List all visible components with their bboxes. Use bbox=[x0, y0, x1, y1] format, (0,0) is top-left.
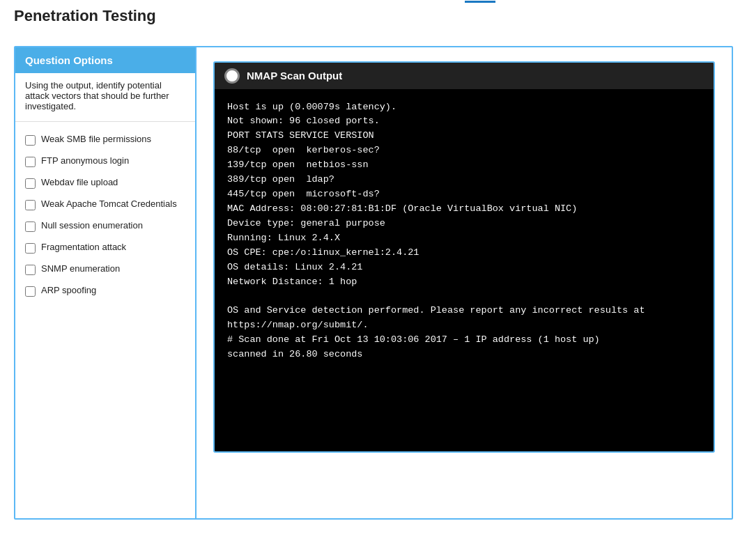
tab-part1[interactable]: Part 1 bbox=[393, 0, 423, 1]
checkbox-opt1[interactable] bbox=[25, 135, 36, 146]
page-title: Penetration Testing bbox=[14, 7, 156, 25]
nmap-title: NMAP Scan Output bbox=[247, 70, 342, 81]
option-label: Webdav file upload bbox=[41, 177, 118, 189]
tab-part2[interactable]: Part 2 bbox=[465, 0, 495, 3]
list-item[interactable]: Webdav file upload bbox=[15, 172, 195, 194]
checkbox-opt8[interactable] bbox=[25, 286, 36, 297]
nmap-box: NMAP Scan Output Host is up (0.00079s la… bbox=[213, 61, 715, 453]
options-list: Weak SMB file permissions FTP anonymous … bbox=[15, 122, 195, 309]
list-item[interactable]: Fragmentation attack bbox=[15, 237, 195, 258]
nmap-output: Host is up (0.00079s latency). Not shown… bbox=[215, 89, 714, 451]
list-item[interactable]: SNMP enumeration bbox=[15, 258, 195, 280]
nmap-icon bbox=[224, 68, 240, 84]
checkbox-opt6[interactable] bbox=[25, 243, 36, 254]
list-item[interactable]: Null session enumeration bbox=[15, 215, 195, 237]
list-item[interactable]: FTP anonymous login bbox=[15, 150, 195, 172]
option-label: SNMP enumeration bbox=[41, 263, 120, 275]
sidebar-description: Using the output, identify potential att… bbox=[15, 73, 195, 122]
option-label: Weak SMB file permissions bbox=[41, 134, 151, 146]
sidebar: Question Options Using the output, ident… bbox=[15, 47, 197, 518]
option-label: Weak Apache Tomcat Credentials bbox=[41, 199, 177, 210]
list-item[interactable]: ARP spoofing bbox=[15, 280, 195, 302]
list-item[interactable]: Weak Apache Tomcat Credentials bbox=[15, 194, 195, 215]
option-label: Fragmentation attack bbox=[41, 242, 126, 254]
sidebar-header: Question Options bbox=[15, 47, 195, 73]
checkbox-opt5[interactable] bbox=[25, 221, 36, 232]
checkbox-opt2[interactable] bbox=[25, 157, 36, 167]
option-label: Null session enumeration bbox=[41, 220, 143, 232]
list-item[interactable]: Weak SMB file permissions bbox=[15, 129, 195, 150]
main-layout: Question Options Using the output, ident… bbox=[14, 46, 733, 520]
option-label: ARP spoofing bbox=[41, 285, 96, 297]
checkbox-opt7[interactable] bbox=[25, 265, 36, 275]
checkbox-opt3[interactable] bbox=[25, 178, 36, 189]
nmap-header: NMAP Scan Output bbox=[215, 63, 714, 89]
content-area: NMAP Scan Output Host is up (0.00079s la… bbox=[197, 47, 732, 518]
option-label: FTP anonymous login bbox=[41, 155, 129, 167]
checkbox-opt4[interactable] bbox=[25, 200, 36, 210]
